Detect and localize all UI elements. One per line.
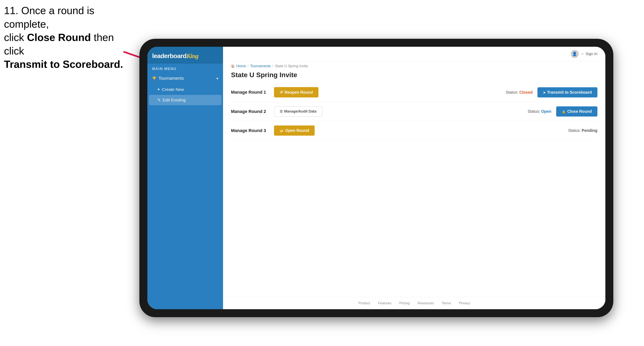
footer-resources[interactable]: Resources [418,301,434,305]
breadcrumb-sep2: / [272,64,274,68]
chevron-down-icon [216,76,218,81]
footer-pricing[interactable]: Pricing [399,301,410,305]
round-2-right: Status: Open Close Round [528,106,598,117]
round-3-left: Manage Round 3 Open Round [231,126,315,136]
sidebar-create-new-label: Create New [162,87,184,92]
round-1-status-label: Status: [506,90,518,94]
round-2-status: Status: Open [528,109,552,114]
reopen-round-button[interactable]: Reopen Round [274,87,318,97]
sidebar-tournaments-label: Tournaments [158,76,184,81]
round-1-right: Status: Closed Transmit to Scoreboard [506,87,598,97]
instruction-bold1: Close Round [27,32,91,43]
close-round-label: Close Round [567,109,592,114]
footer-features[interactable]: Features [378,301,391,305]
manage-audit-button[interactable]: Manage/Audit Data [274,106,322,117]
sidebar-item-left: Tournaments [152,76,184,81]
footer-product[interactable]: Product [358,301,370,305]
transmit-icon [543,90,546,95]
edit-icon [157,98,161,102]
round-3-row: Manage Round 3 Open Round Status: Pendin… [231,121,598,140]
sidebar-create-new[interactable]: Create New [147,84,223,95]
sidebar: leaderboardKing MAIN MENU Tournaments Cr… [147,47,223,309]
round-1-left: Manage Round 1 Reopen Round [231,87,318,97]
breadcrumb-sep1: / [248,64,248,68]
round-3-status: Status: Pending [568,128,598,133]
round-2-title: Manage Round 2 [231,109,271,114]
tablet-screen: leaderboardKing MAIN MENU Tournaments Cr… [147,47,605,309]
instruction-text: 11. Once a round is complete, click Clos… [4,4,124,71]
main-menu-label: MAIN MENU [147,64,223,73]
plus-icon [157,87,160,92]
round-1-title: Manage Round 1 [231,90,271,95]
instruction-line1: 11. Once a round is complete, click Clos… [4,5,123,70]
logo: leaderboardKing [152,52,218,60]
transmit-to-scoreboard-button[interactable]: Transmit to Scoreboard [538,87,598,97]
audit-icon [280,109,282,114]
close-icon [562,109,566,114]
sidebar-edit-existing-label: Edit Existing [163,98,186,102]
sign-in-label[interactable]: Sign In [586,52,598,56]
footer-terms[interactable]: Terms [442,301,451,305]
breadcrumb: Home / Tournaments / State U Spring Invi… [223,61,605,69]
round-2-left: Manage Round 2 Manage/Audit Data [231,106,322,117]
open-icon [280,128,284,133]
manage-audit-label: Manage/Audit Data [284,109,316,114]
transmit-label: Transmit to Scoreboard [547,90,592,95]
round-1-row: Manage Round 1 Reopen Round Status: Clos… [231,83,598,102]
trophy-icon [152,76,156,81]
sign-in-icon: → [580,52,584,56]
round-2-status-label: Status: [528,109,540,114]
breadcrumb-tournaments[interactable]: Tournaments [250,64,271,68]
tablet-device: leaderboardKing MAIN MENU Tournaments Cr… [140,39,613,317]
user-icon: 👤 [572,51,577,56]
open-round-label: Open Round [285,128,309,133]
top-header: 👤 → Sign In [223,47,605,61]
content-area: Manage Round 1 Reopen Round Status: Clos… [223,83,605,297]
logo-area: leaderboardKing [147,47,223,64]
instruction-bold2: Transmit to Scoreboard. [4,58,123,70]
reopen-icon [280,90,283,95]
app-footer: Product Features Pricing Resources Terms… [223,297,605,309]
breadcrumb-home[interactable]: Home [236,64,246,68]
footer-privacy[interactable]: Privacy [459,301,470,305]
close-round-button[interactable]: Close Round [556,106,598,117]
sign-in-area[interactable]: 👤 → Sign In [571,50,598,58]
app-container: leaderboardKing MAIN MENU Tournaments Cr… [147,47,605,309]
home-icon [231,64,235,68]
round-3-right: Status: Pending [568,128,598,133]
reopen-round-label: Reopen Round [284,90,313,95]
round-3-status-label: Status: [568,128,580,133]
logo-accent: King [186,52,198,59]
round-1-status-value: Closed [519,90,533,94]
round-2-row: Manage Round 2 Manage/Audit Data Status:… [231,102,598,121]
round-3-title: Manage Round 3 [231,128,271,133]
breadcrumb-current: State U Spring Invite [275,64,308,68]
round-3-status-value: Pending [582,128,598,133]
sidebar-item-tournaments[interactable]: Tournaments [147,73,223,84]
round-2-status-value: Open [541,109,552,114]
page-title: State U Spring Invite [223,69,605,83]
avatar: 👤 [571,50,579,58]
sidebar-edit-existing[interactable]: Edit Existing [149,95,222,105]
main-content: 👤 → Sign In Home / Tournaments / State U… [223,47,605,309]
open-round-button[interactable]: Open Round [274,126,315,136]
round-1-status: Status: Closed [506,90,533,95]
